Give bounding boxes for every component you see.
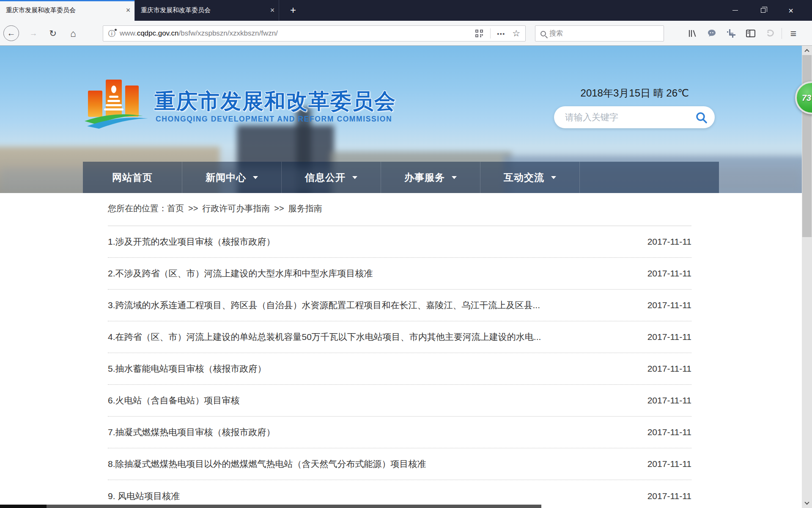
- search-icon[interactable]: [695, 111, 708, 126]
- tab-title: 重庆市发展和改革委员会: [0, 6, 122, 14]
- window-controls: ×: [721, 0, 805, 21]
- nav-label: 办事服务: [404, 171, 445, 184]
- footer-strip-gray: [47, 505, 541, 508]
- list-item-title[interactable]: 2.不涉及跨省（区、市）河流上建设的大型水库和中型水库项目核准: [108, 268, 373, 279]
- tab-close-icon[interactable]: ×: [266, 6, 279, 15]
- divider: [490, 28, 491, 39]
- breadcrumb: 您所在的位置：首页>>行政许可办事指南>>服务指南: [108, 203, 322, 214]
- divider: [782, 28, 782, 39]
- chevron-down-icon: [551, 176, 556, 179]
- chat-bubble-icon[interactable]: [702, 25, 721, 41]
- address-bar[interactable]: ⓘ www.cqdpc.gov.cn/bsfw/xzspbszn/xzxkbsz…: [103, 25, 526, 41]
- list-item-title[interactable]: 4.在跨省（区、市）河流上建设的单站总装机容量50万千瓦以下水电站项目、市内其他…: [108, 331, 541, 343]
- bookmark-star-icon[interactable]: ☆: [512, 28, 520, 39]
- new-tab-button[interactable]: +: [286, 3, 300, 18]
- list-item-date: 2017-11-11: [647, 395, 691, 406]
- home-button[interactable]: ⌂: [65, 25, 81, 41]
- nav-item-news[interactable]: 新闻中心: [182, 162, 282, 193]
- page-viewport: 重庆市发展和改革委员会 CHONGQING DEVELOPMENT AND RE…: [0, 46, 812, 508]
- browser-tab-2[interactable]: 重庆市发展和改革委员会 ×: [134, 0, 279, 21]
- window-close-button[interactable]: ×: [777, 0, 805, 21]
- site-logo-icon[interactable]: [84, 75, 151, 132]
- main-navigation: 网站首页 新闻中心 信息公开 办事服务 互动交流: [83, 162, 719, 193]
- qr-code-icon[interactable]: [475, 29, 483, 38]
- forward-button[interactable]: →: [25, 25, 41, 41]
- browser-tab-bar: 重庆市发展和改革委员会 × 重庆市发展和改革委员会 × + ×: [0, 0, 812, 21]
- list-item-title[interactable]: 3.跨流域的水系连通工程项目、跨区县（自治县）水资源配置工程项目和在长江、嘉陵江…: [108, 299, 540, 311]
- nav-item-services[interactable]: 办事服务: [381, 162, 480, 193]
- list-item-date: 2017-11-11: [647, 268, 691, 279]
- breadcrumb-link-guide[interactable]: 行政许可办事指南: [202, 204, 270, 213]
- browser-search-box[interactable]: [535, 25, 664, 41]
- list-item: 7.抽凝式燃煤热电项目审核（核报市政府） 2017-11-11: [108, 417, 691, 448]
- list-item-title[interactable]: 7.抽凝式燃煤热电项目审核（核报市政府）: [108, 426, 275, 438]
- tab-close-icon[interactable]: ×: [122, 6, 134, 15]
- breadcrumb-link-current[interactable]: 服务指南: [288, 204, 322, 213]
- toolbar-right-icons: ≡: [683, 25, 803, 41]
- site-search-box[interactable]: [554, 106, 715, 128]
- list-item-title[interactable]: 5.抽水蓄能电站项目审核（核报市政府）: [108, 363, 266, 375]
- browser-toolbar: ← → ↻ ⌂ ⓘ www.cqdpc.gov.cn/bsfw/xzspbszn…: [0, 21, 812, 46]
- service-guide-list: 1.涉及开荒的农业项目审核（核报市政府） 2017-11-11 2.不涉及跨省（…: [108, 226, 691, 508]
- list-item: 5.抽水蓄能电站项目审核（核报市政府） 2017-11-11: [108, 353, 691, 385]
- nav-label: 网站首页: [112, 171, 153, 184]
- url-text[interactable]: www.cqdpc.gov.cn/bsfw/xzspbszn/xzxkbszn/…: [120, 29, 475, 38]
- nav-item-info[interactable]: 信息公开: [282, 162, 381, 193]
- date-weather: 2018年3月15日 晴 26℃: [581, 86, 689, 100]
- site-subtitle: CHONGQING DEVELOPMENT AND REFORM COMMISS…: [156, 115, 392, 124]
- list-item-date: 2017-11-11: [647, 332, 691, 342]
- list-item-date: 2017-11-11: [647, 364, 691, 374]
- list-item-title[interactable]: 6.火电站（含自备电站）项目审核: [108, 395, 240, 406]
- list-item-date: 2017-11-11: [647, 491, 691, 501]
- nav-label: 新闻中心: [206, 171, 246, 184]
- chevron-up-icon: [804, 49, 809, 54]
- back-button[interactable]: ←: [3, 25, 19, 41]
- pocket-undo-icon: [760, 25, 780, 41]
- breadcrumb-link-home[interactable]: 首页: [167, 204, 184, 213]
- scrollbar-up-button[interactable]: [802, 47, 812, 55]
- floating-badge-value: 73: [802, 93, 811, 103]
- list-item: 6.火电站（含自备电站）项目审核 2017-11-11: [108, 385, 691, 417]
- breadcrumb-label: 您所在的位置：: [108, 204, 167, 213]
- reload-button[interactable]: ↻: [45, 25, 61, 41]
- list-item: 3.跨流域的水系连通工程项目、跨区县（自治县）水资源配置工程项目和在长江、嘉陵江…: [108, 290, 691, 321]
- url-prefix: www.: [120, 29, 137, 37]
- list-item-title[interactable]: 8.除抽凝式燃煤热电项目以外的燃煤燃气热电站（含天然气分布式能源）项目核准: [108, 458, 426, 470]
- browser-tab-1[interactable]: 重庆市发展和改革委员会 ×: [0, 0, 134, 21]
- list-item-title[interactable]: 9. 风电站项目核准: [108, 490, 180, 502]
- window-minimize-button[interactable]: [721, 0, 749, 21]
- list-item: 8.除抽凝式燃煤热电项目以外的燃煤燃气热电站（含天然气分布式能源）项目核准 20…: [108, 448, 691, 480]
- search-icon: [540, 31, 546, 36]
- breadcrumb-separator: >>: [188, 204, 198, 213]
- nav-item-home[interactable]: 网站首页: [83, 162, 182, 193]
- breadcrumb-separator: >>: [274, 204, 284, 213]
- menu-hamburger-icon[interactable]: ≡: [784, 25, 803, 41]
- browser-search-input[interactable]: [549, 30, 647, 37]
- site-title: 重庆市发展和改革委员会: [154, 87, 396, 116]
- list-item-date: 2017-11-11: [647, 300, 691, 310]
- page-actions-icon[interactable]: •••: [497, 30, 506, 37]
- window-restore-button[interactable]: [749, 0, 777, 21]
- page-scrollbar[interactable]: [802, 46, 812, 508]
- screenshot-crop-icon[interactable]: [721, 25, 741, 41]
- minimize-icon: [732, 10, 738, 11]
- chevron-down-icon: [804, 500, 809, 505]
- chevron-down-icon: [253, 176, 258, 179]
- list-item-date: 2017-11-11: [647, 459, 691, 469]
- browser-window: 重庆市发展和改革委员会 × 重庆市发展和改革委员会 × + × ← → ↻ ⌂ …: [0, 0, 812, 508]
- close-icon: ×: [788, 6, 793, 15]
- tab-title: 重庆市发展和改革委员会: [135, 6, 266, 14]
- site-identity-icon[interactable]: ⓘ: [108, 29, 115, 39]
- library-icon[interactable]: [683, 25, 702, 41]
- site-search-input[interactable]: [565, 112, 688, 122]
- nav-label: 信息公开: [305, 171, 346, 184]
- list-item: 9. 风电站项目核准 2017-11-11: [108, 480, 691, 508]
- url-path: /bsfw/xzspbszn/xzxkbszn/fwzn/: [179, 29, 278, 37]
- footer-strip-dark: [0, 505, 47, 508]
- nav-item-interact[interactable]: 互动交流: [480, 162, 580, 193]
- scrollbar-down-button[interactable]: [802, 499, 812, 507]
- list-item-date: 2017-11-11: [647, 427, 691, 437]
- sidebar-icon[interactable]: [741, 25, 760, 41]
- list-item: 4.在跨省（区、市）河流上建设的单站总装机容量50万千瓦以下水电站项目、市内其他…: [108, 321, 691, 353]
- list-item-title[interactable]: 1.涉及开荒的农业项目审核（核报市政府）: [108, 236, 275, 248]
